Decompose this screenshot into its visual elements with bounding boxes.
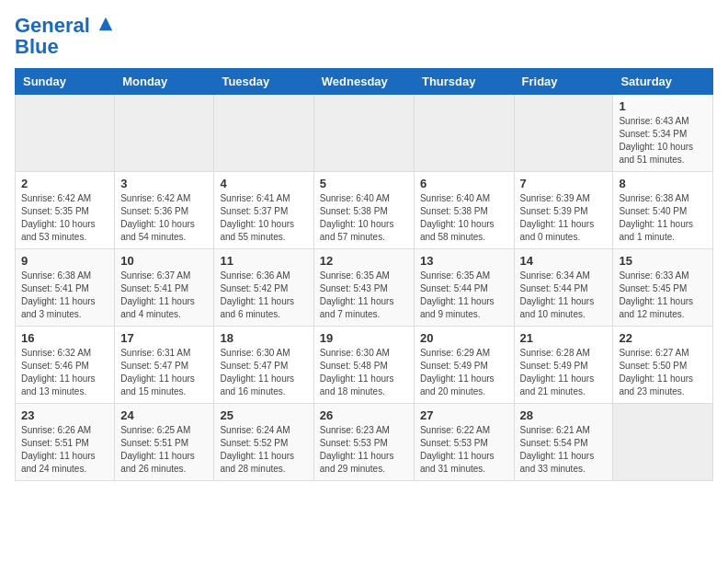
day-info: Sunrise: 6:36 AM Sunset: 5:42 PM Dayligh…	[220, 270, 307, 321]
day-number: 1	[619, 99, 707, 113]
logo-blue: Blue	[15, 37, 114, 57]
calendar-day-cell: 25Sunrise: 6:24 AM Sunset: 5:52 PM Dayli…	[214, 404, 313, 481]
calendar-day-header: Sunday	[16, 69, 115, 95]
svg-marker-0	[99, 17, 112, 30]
day-number: 5	[320, 177, 408, 190]
day-number: 10	[120, 254, 208, 268]
calendar-day-header: Friday	[514, 69, 613, 95]
calendar-week-row: 23Sunrise: 6:26 AM Sunset: 5:51 PM Dayli…	[16, 404, 713, 481]
calendar-day-cell: 18Sunrise: 6:30 AM Sunset: 5:47 PM Dayli…	[214, 327, 313, 404]
day-info: Sunrise: 6:43 AM Sunset: 5:34 PM Dayligh…	[619, 115, 707, 167]
calendar-day-cell: 28Sunrise: 6:21 AM Sunset: 5:54 PM Dayli…	[514, 404, 613, 481]
day-info: Sunrise: 6:40 AM Sunset: 5:38 PM Dayligh…	[320, 192, 408, 244]
day-number: 3	[120, 177, 208, 190]
day-info: Sunrise: 6:40 AM Sunset: 5:38 PM Dayligh…	[420, 192, 508, 244]
calendar-day-cell: 16Sunrise: 6:32 AM Sunset: 5:46 PM Dayli…	[16, 327, 115, 404]
calendar-day-cell: 19Sunrise: 6:30 AM Sunset: 5:48 PM Dayli…	[313, 327, 414, 404]
calendar-week-row: 9Sunrise: 6:38 AM Sunset: 5:41 PM Daylig…	[16, 249, 713, 327]
calendar-day-cell: 4Sunrise: 6:41 AM Sunset: 5:37 PM Daylig…	[214, 172, 313, 249]
calendar-day-cell: 23Sunrise: 6:26 AM Sunset: 5:51 PM Dayli…	[16, 404, 115, 481]
calendar-day-cell	[313, 95, 414, 172]
day-info: Sunrise: 6:41 AM Sunset: 5:37 PM Dayligh…	[220, 192, 307, 244]
calendar-body: 1Sunrise: 6:43 AM Sunset: 5:34 PM Daylig…	[16, 95, 713, 481]
calendar-day-cell: 21Sunrise: 6:28 AM Sunset: 5:49 PM Dayli…	[514, 327, 613, 404]
day-info: Sunrise: 6:21 AM Sunset: 5:54 PM Dayligh…	[520, 424, 608, 476]
calendar-day-cell: 14Sunrise: 6:34 AM Sunset: 5:44 PM Dayli…	[514, 249, 613, 327]
day-number: 13	[420, 254, 508, 268]
day-number: 28	[520, 408, 608, 422]
day-info: Sunrise: 6:37 AM Sunset: 5:41 PM Dayligh…	[120, 270, 208, 321]
calendar-week-row: 2Sunrise: 6:42 AM Sunset: 5:35 PM Daylig…	[16, 172, 713, 249]
day-number: 21	[520, 331, 608, 345]
calendar-header-row: SundayMondayTuesdayWednesdayThursdayFrid…	[16, 69, 713, 95]
logo-icon	[97, 16, 114, 32]
day-number: 6	[420, 177, 508, 190]
day-info: Sunrise: 6:42 AM Sunset: 5:36 PM Dayligh…	[120, 192, 208, 244]
day-info: Sunrise: 6:22 AM Sunset: 5:53 PM Dayligh…	[420, 424, 508, 476]
calendar-day-cell	[514, 95, 613, 172]
day-info: Sunrise: 6:26 AM Sunset: 5:51 PM Dayligh…	[21, 424, 108, 476]
day-number: 8	[619, 177, 707, 190]
day-info: Sunrise: 6:30 AM Sunset: 5:47 PM Dayligh…	[220, 347, 307, 398]
calendar-day-cell	[214, 95, 313, 172]
day-info: Sunrise: 6:30 AM Sunset: 5:48 PM Dayligh…	[320, 347, 408, 398]
calendar-day-cell: 10Sunrise: 6:37 AM Sunset: 5:41 PM Dayli…	[115, 249, 214, 327]
calendar-day-cell: 8Sunrise: 6:38 AM Sunset: 5:40 PM Daylig…	[613, 172, 713, 249]
calendar-day-cell: 22Sunrise: 6:27 AM Sunset: 5:50 PM Dayli…	[613, 327, 713, 404]
calendar-day-header: Saturday	[613, 69, 713, 95]
day-number: 16	[21, 331, 108, 345]
calendar-day-cell: 2Sunrise: 6:42 AM Sunset: 5:35 PM Daylig…	[16, 172, 115, 249]
day-number: 17	[120, 331, 208, 345]
day-number: 23	[21, 408, 108, 422]
calendar-day-cell: 5Sunrise: 6:40 AM Sunset: 5:38 PM Daylig…	[313, 172, 414, 249]
calendar-day-cell: 6Sunrise: 6:40 AM Sunset: 5:38 PM Daylig…	[414, 172, 514, 249]
day-number: 26	[320, 408, 408, 422]
calendar-day-cell: 15Sunrise: 6:33 AM Sunset: 5:45 PM Dayli…	[613, 249, 713, 327]
calendar-day-cell: 20Sunrise: 6:29 AM Sunset: 5:49 PM Dayli…	[414, 327, 514, 404]
calendar-day-cell: 26Sunrise: 6:23 AM Sunset: 5:53 PM Dayli…	[313, 404, 414, 481]
calendar-day-cell	[613, 404, 713, 481]
day-number: 7	[520, 177, 608, 190]
day-info: Sunrise: 6:42 AM Sunset: 5:35 PM Dayligh…	[21, 192, 108, 244]
day-info: Sunrise: 6:28 AM Sunset: 5:49 PM Dayligh…	[520, 347, 608, 398]
day-info: Sunrise: 6:32 AM Sunset: 5:46 PM Dayligh…	[21, 347, 108, 398]
calendar-table: SundayMondayTuesdayWednesdayThursdayFrid…	[15, 68, 713, 481]
day-number: 15	[619, 254, 707, 268]
day-number: 25	[220, 408, 307, 422]
day-info: Sunrise: 6:23 AM Sunset: 5:53 PM Dayligh…	[320, 424, 408, 476]
day-number: 2	[21, 177, 108, 190]
day-number: 4	[220, 177, 307, 190]
calendar-day-header: Tuesday	[214, 69, 313, 95]
day-info: Sunrise: 6:38 AM Sunset: 5:41 PM Dayligh…	[21, 270, 108, 321]
calendar-day-cell	[414, 95, 514, 172]
calendar-day-cell: 3Sunrise: 6:42 AM Sunset: 5:36 PM Daylig…	[115, 172, 214, 249]
calendar-day-cell: 11Sunrise: 6:36 AM Sunset: 5:42 PM Dayli…	[214, 249, 313, 327]
day-info: Sunrise: 6:38 AM Sunset: 5:40 PM Dayligh…	[619, 192, 707, 244]
calendar-day-header: Thursday	[414, 69, 514, 95]
day-info: Sunrise: 6:34 AM Sunset: 5:44 PM Dayligh…	[520, 270, 608, 321]
page-header: General Blue	[15, 15, 713, 57]
day-info: Sunrise: 6:35 AM Sunset: 5:44 PM Dayligh…	[420, 270, 508, 321]
logo: General Blue	[15, 15, 114, 57]
calendar-day-cell: 17Sunrise: 6:31 AM Sunset: 5:47 PM Dayli…	[115, 327, 214, 404]
day-number: 22	[619, 331, 707, 345]
calendar-day-cell	[16, 95, 115, 172]
calendar-week-row: 16Sunrise: 6:32 AM Sunset: 5:46 PM Dayli…	[16, 327, 713, 404]
logo-text: General	[15, 15, 114, 37]
day-info: Sunrise: 6:33 AM Sunset: 5:45 PM Dayligh…	[619, 270, 707, 321]
calendar-day-cell	[115, 95, 214, 172]
calendar-week-row: 1Sunrise: 6:43 AM Sunset: 5:34 PM Daylig…	[16, 95, 713, 172]
day-info: Sunrise: 6:31 AM Sunset: 5:47 PM Dayligh…	[120, 347, 208, 398]
calendar-day-cell: 24Sunrise: 6:25 AM Sunset: 5:51 PM Dayli…	[115, 404, 214, 481]
calendar-day-header: Wednesday	[313, 69, 414, 95]
day-info: Sunrise: 6:39 AM Sunset: 5:39 PM Dayligh…	[520, 192, 608, 244]
day-number: 9	[21, 254, 108, 268]
day-info: Sunrise: 6:27 AM Sunset: 5:50 PM Dayligh…	[619, 347, 707, 398]
calendar-day-cell: 13Sunrise: 6:35 AM Sunset: 5:44 PM Dayli…	[414, 249, 514, 327]
calendar-day-cell: 9Sunrise: 6:38 AM Sunset: 5:41 PM Daylig…	[16, 249, 115, 327]
day-number: 18	[220, 331, 307, 345]
calendar-day-cell: 12Sunrise: 6:35 AM Sunset: 5:43 PM Dayli…	[313, 249, 414, 327]
calendar-day-cell: 1Sunrise: 6:43 AM Sunset: 5:34 PM Daylig…	[613, 95, 713, 172]
day-info: Sunrise: 6:29 AM Sunset: 5:49 PM Dayligh…	[420, 347, 508, 398]
calendar-day-header: Monday	[115, 69, 214, 95]
